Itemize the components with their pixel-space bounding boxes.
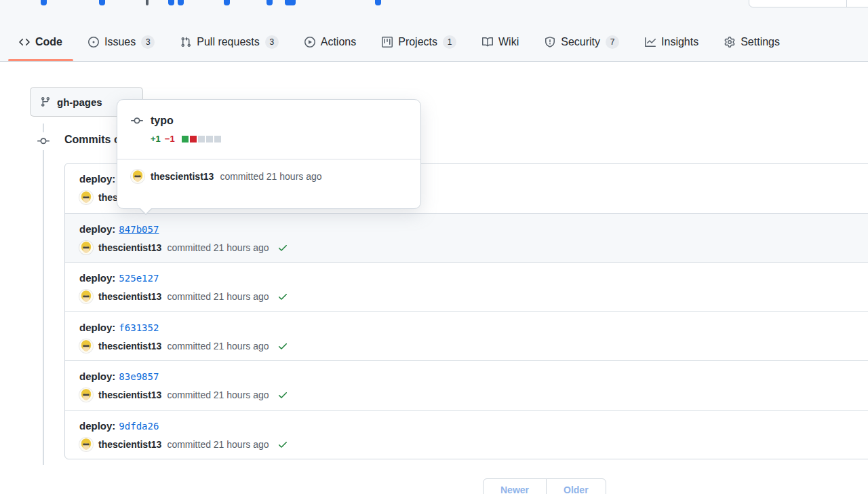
tab-count-badge: 1 (443, 35, 456, 49)
checks-passed-icon[interactable] (277, 341, 288, 352)
git-commit-icon (35, 132, 52, 150)
commit-author-link[interactable]: thescientist13 (98, 439, 161, 450)
avatar[interactable] (79, 438, 93, 451)
pagination: Newer Older (483, 478, 606, 494)
tab-actions[interactable]: Actions (294, 23, 367, 61)
tab-projects[interactable]: Projects 1 (371, 23, 467, 61)
tab-label: Actions (321, 36, 356, 48)
hovercard-diffstat: +1 −1 (151, 134, 407, 144)
commit-author-link[interactable]: thescientist13 (98, 242, 161, 253)
shield-icon (545, 37, 555, 48)
avatar[interactable] (79, 388, 93, 402)
hovercard-commit-title: typo (151, 115, 174, 127)
tab-pull-requests[interactable]: Pull requests 3 (170, 23, 290, 61)
commit-hash-link[interactable]: 83e9857 (119, 371, 159, 382)
diffstat-square-neutral (214, 136, 221, 142)
graph-icon (645, 37, 656, 48)
diffstat-square-neutral (198, 136, 205, 142)
tab-settings[interactable]: Settings (713, 23, 791, 61)
git-pull-request-icon (180, 37, 191, 48)
hovercard-caret (139, 207, 153, 214)
commit-message: deploy: (79, 370, 115, 382)
avatar[interactable] (79, 290, 93, 303)
checks-passed-icon[interactable] (277, 291, 288, 302)
timeline-line (43, 124, 44, 465)
checks-passed-icon[interactable] (277, 242, 288, 253)
repo-actions-clipped-button[interactable] (749, 0, 868, 7)
tab-count-badge: 7 (606, 35, 619, 49)
tab-issues[interactable]: Issues 3 (77, 23, 165, 61)
branch-name: gh-pages (57, 96, 102, 108)
commit-message: deploy: (79, 223, 115, 235)
tab-label: Pull requests (197, 36, 260, 48)
repo-header: Code Issues 3 Pull requests 3 Actions Pr… (0, 0, 868, 62)
tab-wiki[interactable]: Wiki (471, 23, 530, 61)
tab-insights[interactable]: Insights (634, 23, 709, 61)
commit-row: deploy:f631352 thescientist13 committed … (65, 311, 868, 361)
button-divider (846, 0, 847, 7)
diffstat-square-del (190, 136, 197, 142)
table-icon (382, 37, 393, 48)
breadcrumb-fragment (168, 0, 174, 5)
breadcrumb-fragment (146, 0, 149, 5)
git-commit-icon (131, 115, 143, 127)
hovercard-commit-time: committed 21 hours ago (220, 171, 321, 182)
diffstat-square-add (182, 136, 189, 142)
tab-label: Issues (104, 36, 136, 48)
commit-row: deploy:847b057 thescientist13 committed … (65, 213, 868, 263)
commit-message: deploy: (79, 272, 115, 284)
commit-row: deploy:83e9857 thescientist13 committed … (65, 360, 868, 410)
commit-hash-link[interactable]: 847b057 (119, 224, 159, 235)
tab-label: Projects (398, 36, 437, 48)
commit-message: deploy: (79, 420, 115, 432)
breadcrumb-fragment (178, 0, 184, 5)
newer-button[interactable]: Newer (483, 478, 547, 494)
breadcrumb-fragment (99, 0, 105, 5)
checks-passed-icon[interactable] (277, 390, 288, 400)
play-icon (304, 37, 315, 48)
commit-author-link[interactable]: thescientist13 (98, 291, 161, 302)
commit-time: committed 21 hours ago (167, 390, 269, 400)
older-button[interactable]: Older (546, 478, 606, 494)
commit-hash-link[interactable]: 525e127 (119, 273, 159, 284)
diffstat-square-neutral (206, 136, 213, 142)
breadcrumb-fragment (267, 0, 273, 5)
commit-message: deploy: (79, 173, 115, 185)
commit-author-link[interactable]: thescientist13 (98, 341, 161, 352)
commit-message: deploy: (79, 322, 115, 333)
code-icon (19, 37, 30, 48)
hovercard-author: thescientist13 (151, 171, 214, 182)
checks-passed-icon[interactable] (277, 439, 288, 450)
commit-hash-link[interactable]: 9dfda26 (119, 421, 159, 432)
commit-time: committed 21 hours ago (167, 242, 269, 253)
issue-opened-icon (88, 37, 99, 48)
tab-label: Security (561, 36, 600, 48)
breadcrumb-fragment (224, 0, 230, 5)
commit-time: committed 21 hours ago (167, 341, 269, 352)
breadcrumb-fragment (285, 0, 296, 5)
tab-security[interactable]: Security 7 (534, 23, 630, 61)
breadcrumb-fragment (375, 0, 381, 5)
additions-count: +1 (151, 134, 161, 144)
diffstat-squares (182, 136, 221, 142)
tab-label: Code (35, 36, 62, 48)
commit-time: committed 21 hours ago (167, 439, 269, 450)
commit-row: deploy:9dfda26 thescientist13 committed … (65, 410, 868, 459)
tab-code[interactable]: Code (8, 23, 73, 61)
commit-author-link[interactable]: thescientist13 (98, 390, 161, 400)
tab-label: Insights (661, 36, 698, 48)
avatar[interactable] (79, 339, 93, 353)
avatar (131, 170, 144, 183)
avatar[interactable] (79, 191, 93, 204)
tab-label: Wiki (498, 36, 519, 48)
commit-hash-link[interactable]: f631352 (119, 322, 159, 333)
repo-nav: Code Issues 3 Pull requests 3 Actions Pr… (8, 23, 795, 61)
tab-count-badge: 3 (265, 35, 279, 49)
breadcrumb-fragment (41, 0, 47, 5)
gear-icon (724, 37, 735, 48)
tab-label: Settings (741, 36, 780, 48)
git-branch-icon (40, 96, 51, 107)
commit-row: deploy:525e127 thescientist13 committed … (65, 262, 868, 311)
avatar[interactable] (79, 241, 93, 254)
deletions-count: −1 (165, 134, 175, 144)
